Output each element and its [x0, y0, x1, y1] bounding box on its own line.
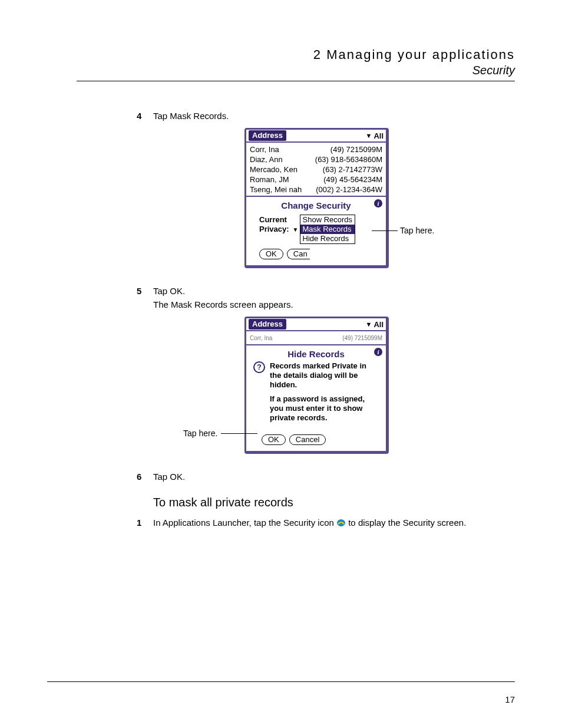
palm-screen-2: Address ▼ All Corr, Ina(49) 7215099M i H… [244, 317, 389, 454]
option-mask-records[interactable]: Mask Records [300, 225, 355, 234]
list-item[interactable]: Diaz, Ann(63) 918-5634860M [250, 154, 382, 164]
figure-change-security: Address ▼ All Corr, Ina(49) 7215099M Dia… [244, 128, 515, 268]
app-titlebar: Address ▼ All [246, 318, 386, 331]
app-title: Address [249, 130, 286, 141]
ok-button[interactable]: OK [262, 434, 286, 445]
page-header: 2 Managing your applications Security [106, 47, 515, 77]
step-number: 5 [137, 286, 141, 296]
category-selector[interactable]: ▼ All [365, 131, 384, 140]
list-item[interactable]: Tseng, Mei nah(002) 2-1234-364W [250, 185, 382, 195]
callout-line [221, 433, 257, 434]
subsection-heading: To mask all private records [153, 496, 515, 509]
cancel-button[interactable]: Cancel [289, 434, 326, 445]
step-6: 6 Tap OK. [153, 472, 515, 482]
info-icon[interactable]: i [374, 199, 382, 207]
step-subtext: The Mask Records screen appears. [153, 299, 515, 309]
step-text: Tap OK. [153, 472, 185, 482]
step-number: 6 [137, 472, 141, 482]
dialog-title: Change Security [251, 200, 381, 210]
ok-button[interactable]: OK [259, 249, 283, 259]
list-item[interactable]: Mercado, Ken(63) 2-7142773W [250, 164, 382, 174]
help-icon: ? [253, 361, 265, 373]
category-label: All [373, 320, 384, 329]
page-number: 17 [505, 694, 515, 704]
step-text-before: In Applications Launcher, tap the Securi… [153, 518, 336, 528]
dropdown-list: Show Records Mask Records Hide Records [300, 215, 356, 244]
header-rule [77, 81, 515, 81]
app-title: Address [249, 319, 286, 330]
callout-tap-here: Tap here. [400, 226, 434, 235]
step-number: 4 [137, 111, 141, 121]
cancel-button-partial[interactable]: Can [287, 249, 310, 259]
step-text-after: to display the Security screen. [348, 518, 466, 528]
section-title: Security [106, 64, 515, 77]
hide-records-dialog: i Hide Records ? Records marked Private … [246, 344, 386, 451]
list-item[interactable]: Corr, Ina(49) 7215099M [250, 144, 382, 154]
current-privacy-label: Current Privacy: [259, 215, 289, 234]
step-text: Tap Mask Records. [153, 111, 229, 121]
dialog-message: Records marked Private in the details di… [270, 361, 379, 427]
step-number: 1 [137, 518, 141, 528]
app-titlebar: Address ▼ All [246, 130, 386, 143]
change-security-dialog: i Change Security Current Privacy: ▼ Sho… [246, 196, 386, 265]
info-icon[interactable]: i [374, 348, 382, 356]
chapter-title: 2 Managing your applications [106, 47, 515, 62]
address-list: Corr, Ina(49) 7215099M Diaz, Ann(63) 918… [246, 143, 386, 196]
chevron-down-icon: ▼ [365, 132, 372, 139]
list-item: Corr, Ina(49) 7215099M [250, 333, 382, 343]
footer-rule [47, 681, 515, 682]
category-label: All [373, 131, 384, 140]
substep-1: 1 In Applications Launcher, tap the Secu… [153, 518, 515, 528]
step-4: 4 Tap Mask Records. [153, 111, 515, 121]
privacy-dropdown[interactable]: ▼ Show Records Mask Records Hide Records [293, 215, 355, 244]
callout-line [372, 230, 398, 231]
step-5: 5 Tap OK. The Mask Records screen appear… [153, 286, 515, 309]
palm-screen-1: Address ▼ All Corr, Ina(49) 7215099M Dia… [244, 128, 389, 268]
callout-tap-here: Tap here. [183, 429, 217, 438]
chevron-down-icon: ▼ [365, 321, 372, 328]
option-hide-records[interactable]: Hide Records [300, 234, 355, 243]
category-selector[interactable]: ▼ All [365, 320, 384, 329]
address-list-partial: Corr, Ina(49) 7215099M [246, 331, 386, 344]
chevron-down-icon: ▼ [293, 226, 299, 233]
option-show-records[interactable]: Show Records [300, 215, 355, 225]
step-text: Tap OK. [153, 286, 185, 296]
security-icon [336, 519, 346, 527]
dialog-title: Hide Records [251, 349, 381, 359]
figure-hide-records: Address ▼ All Corr, Ina(49) 7215099M i H… [244, 317, 515, 454]
list-item[interactable]: Roman, JM(49) 45-564234M [250, 174, 382, 185]
